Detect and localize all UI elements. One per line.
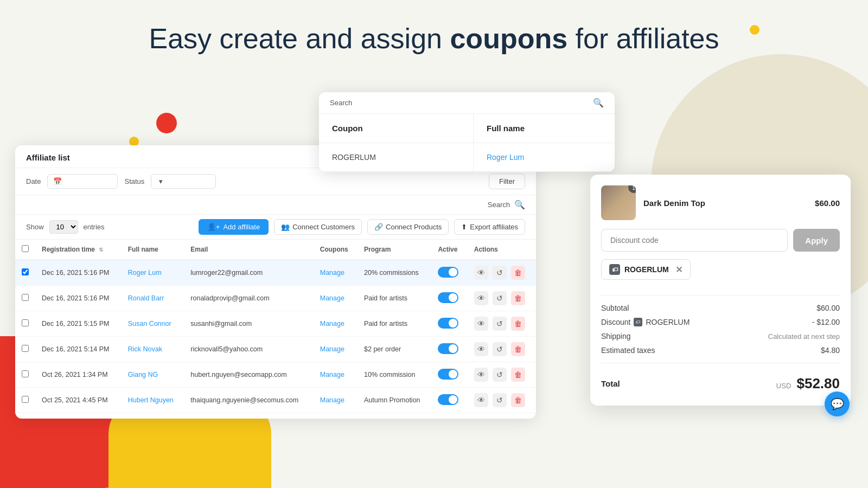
delete-icon[interactable]: 🗑 [511,266,525,280]
delete-icon[interactable]: 🗑 [511,342,525,356]
reset-icon[interactable]: ↺ [493,342,507,356]
reset-icon[interactable]: ↺ [493,266,507,280]
active-toggle[interactable] [438,318,458,329]
row-select-checkbox[interactable] [22,294,29,301]
row-checkbox[interactable] [15,260,35,286]
coupon-row: ROGERLUM Roger Lum [319,143,615,172]
cart-item-image: 1 [601,185,636,220]
row-active [431,311,467,337]
row-program: Paid for artists [358,286,431,311]
row-name-link[interactable]: Ronald Barr [128,294,164,302]
row-coupons-link[interactable]: Manage [320,269,344,277]
cart-divider [601,295,840,296]
row-coupons-link[interactable]: Manage [320,345,344,353]
row-checkbox[interactable] [15,286,35,311]
active-toggle[interactable] [438,394,458,405]
connect-products-button[interactable]: 🔗 Connect Products [367,219,449,235]
view-icon[interactable]: 👁 [474,342,488,356]
discount-gem-icon: 🏷 [634,318,642,326]
row-select-checkbox[interactable] [22,319,29,326]
active-toggle[interactable] [438,369,458,380]
cart-taxes-row: Estimated taxes $4.80 [601,343,840,357]
row-name-link[interactable]: Roger Lum [128,269,162,277]
reset-icon[interactable]: ↺ [493,368,507,382]
date-input[interactable]: 📅 [47,174,118,189]
delete-icon[interactable]: 🗑 [511,368,525,382]
cart-total-row: Total USD $52.80 [601,369,840,395]
entries-select[interactable]: 10 25 50 [49,220,78,234]
red-dot [156,113,177,133]
row-actions: 👁 ↺ 🗑 [468,388,536,413]
view-icon[interactable]: 👁 [474,291,488,305]
row-time: Dec 16, 2021 5:16 PM [35,260,122,286]
view-icon[interactable]: 👁 [474,317,488,331]
add-affiliate-button[interactable]: 👤+ Add affiliate [199,219,269,235]
chat-button[interactable]: 💬 [825,391,850,416]
row-email: ricknovall5@yahoo.com [184,337,313,362]
discount-code-input[interactable] [601,229,788,252]
view-icon[interactable]: 👁 [474,266,488,280]
apply-button[interactable]: Apply [793,229,840,252]
row-active [431,362,467,388]
row-program: Paid for artists [358,311,431,337]
row-select-checkbox[interactable] [22,370,29,377]
delete-icon[interactable]: 🗑 [511,393,525,407]
status-select[interactable]: ▾ [151,174,216,189]
row-checkbox[interactable] [15,337,35,362]
select-all-checkbox[interactable] [22,245,29,252]
delete-icon[interactable]: 🗑 [511,291,525,305]
active-toggle[interactable] [438,292,458,303]
row-name-link[interactable]: Rick Novak [128,345,162,353]
row-coupons-link[interactable]: Manage [320,294,344,302]
coupon-col-coupon: Coupon [319,114,473,143]
reset-icon[interactable]: ↺ [493,317,507,331]
view-icon[interactable]: 👁 [474,393,488,407]
connect-customers-button[interactable]: 👥 Connect Customers [274,219,362,235]
row-actions: 👁 ↺ 🗑 [468,286,536,311]
row-active [431,337,467,362]
coupon-search-icon[interactable]: 🔍 [593,98,604,108]
reset-icon[interactable]: ↺ [493,393,507,407]
coupon-code-cell: ROGERLUM [319,143,473,172]
row-active [431,388,467,413]
search-icon[interactable]: 🔍 [514,200,525,210]
coupon-name-cell: Roger Lum [473,143,615,172]
row-coupons-link[interactable]: Manage [320,371,344,378]
row-program: 10% commission [358,362,431,388]
active-toggle[interactable] [438,343,458,354]
row-name: Rick Novak [122,337,184,362]
row-coupons-link[interactable]: Manage [320,320,344,328]
toolbar-row: Show 10 25 50 entries 👤+ Add affiliate 👥… [15,215,536,240]
entries-label: entries [84,223,105,231]
row-select-checkbox[interactable] [22,345,29,352]
row-program: $2 per order [358,337,431,362]
action-icons: 👁 ↺ 🗑 [474,368,529,382]
cart-subtotal-row: Subtotal $60.00 [601,301,840,315]
cart-divider-2 [601,363,840,363]
cart-item-price: $60.00 [815,198,840,208]
row-name-link[interactable]: Hubert Nguyen [128,396,174,404]
coupon-name-link[interactable]: Roger Lum [487,153,524,162]
row-name: Hubert Nguyen [122,388,184,413]
delete-icon[interactable]: 🗑 [511,317,525,331]
row-coupons-link[interactable]: Manage [320,396,344,404]
row-select-checkbox[interactable] [22,396,29,403]
filter-button[interactable]: Filter [489,174,525,189]
row-checkbox[interactable] [15,362,35,388]
row-name-link[interactable]: Susan Connor [128,320,171,328]
coupon-tag-remove[interactable]: ✕ [675,265,682,275]
table-row: Oct 25, 2021 4:45 PM Hubert Nguyen thaiq… [15,388,536,413]
coupon-search-row: Search 🔍 [319,92,615,114]
row-coupons: Manage [314,286,358,311]
add-icon: 👤+ [207,223,220,231]
row-checkbox[interactable] [15,311,35,337]
reset-icon[interactable]: ↺ [493,291,507,305]
row-checkbox[interactable] [15,388,35,413]
export-affiliates-button[interactable]: ⬆ Export affiliates [454,219,525,235]
view-icon[interactable]: 👁 [474,368,488,382]
total-label: Total [601,379,620,388]
row-time: Oct 25, 2021 4:45 PM [35,388,122,413]
active-toggle[interactable] [438,267,458,278]
row-select-checkbox[interactable] [22,268,29,275]
row-name-link[interactable]: Giang NG [128,371,158,378]
